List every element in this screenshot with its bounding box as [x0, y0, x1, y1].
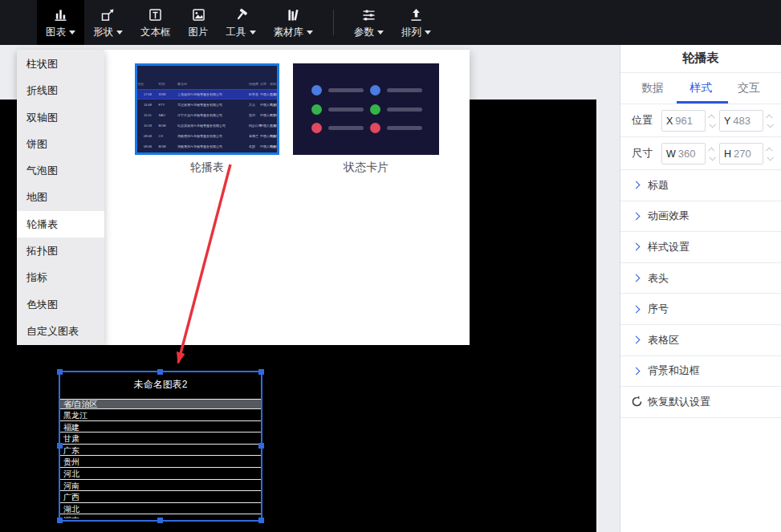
position-y-input[interactable] [733, 115, 757, 127]
toolbar-label: 图片 [189, 26, 209, 39]
widget-table-row: 甘肃 [60, 433, 261, 445]
size-w-field[interactable]: W [661, 143, 706, 164]
toolbar-button-image[interactable]: 图片 [180, 0, 218, 45]
inspector-section-row[interactable]: 背景和边框 [620, 356, 781, 388]
resize-handle-bottom-left[interactable] [57, 518, 63, 523]
inspector-section-row[interactable]: 动画效果 [620, 201, 781, 233]
position-x-field[interactable]: X [661, 110, 706, 132]
position-y-field[interactable]: Y [719, 110, 763, 132]
cell-province: 湖南 [270, 134, 276, 139]
resize-handle-bottom-center[interactable] [157, 518, 163, 523]
reset-defaults-button[interactable]: 恢复默认设置 [620, 387, 781, 418]
size-w-stepper[interactable] [706, 143, 718, 164]
widget-table-row: 广东 [60, 445, 261, 457]
chevron-down-icon [709, 154, 715, 160]
status-card-thumbnail[interactable] [293, 63, 439, 155]
cell-code: SAO [159, 113, 165, 117]
thumbnail-column-header: 保险公司 [270, 82, 279, 87]
section-label: 表头 [648, 271, 669, 286]
reset-icon [631, 396, 643, 408]
chart-menu-item[interactable]: 折线图 [17, 77, 104, 104]
carousel-table-thumbnail[interactable]: 时间事业部经销商品牌保险公司省份 17:08 SVW 上海奥拓汽车销售服务有限公… [135, 63, 279, 155]
cell-province: 北京 [270, 103, 276, 108]
tab-style[interactable]: 样式 [689, 81, 712, 95]
bar-chart-icon [52, 6, 69, 23]
status-bar [387, 108, 422, 112]
status-dot-green [311, 104, 322, 115]
chart-menu-item[interactable]: 柱状图 [17, 51, 104, 77]
cell-province: 湖南 [270, 144, 276, 149]
size-h-field[interactable]: H [719, 143, 763, 164]
cell-code: FTY [159, 103, 165, 107]
chart-menu-item[interactable]: 自定义图表 [17, 318, 104, 344]
chart-menu-item[interactable]: 拓扑图 [17, 238, 104, 264]
status-dot-red [311, 123, 322, 133]
status-row [370, 85, 429, 95]
cell-dealer: 辽宁天合汽车销售服务有限公司 [177, 113, 222, 118]
toolbar-button-arrange[interactable]: 排列 [393, 0, 440, 45]
widget-table-row: 河北 [60, 468, 261, 480]
inspector-section-row[interactable]: 标题 [620, 170, 781, 201]
tab-data[interactable]: 数据 [641, 81, 664, 95]
reset-label: 恢复默认设置 [648, 395, 710, 409]
thumbnail-table-row: 10:11 SAO 辽宁天合汽车销售服务有限公司 别克 中国人民保险 辽宁 [137, 110, 277, 120]
thumbnail-column-header: 事业部 [177, 82, 187, 87]
image-icon [190, 6, 207, 23]
resize-handle-middle-right[interactable] [258, 443, 264, 449]
inspector-section-row[interactable]: 样式设置 [620, 232, 781, 263]
status-bar [328, 126, 364, 130]
toolbar-button-textbox[interactable]: 文本框 [132, 0, 180, 45]
chart-menu-item[interactable]: 指标 [17, 264, 104, 290]
section-label: 标题 [648, 178, 669, 193]
inspector-panel: 轮播表 数据 样式 交互 位置 X Y 尺寸 W H [620, 45, 781, 532]
cell-time: 10:18 [144, 124, 152, 128]
chevron-down-icon [767, 154, 773, 160]
tab-interaction[interactable]: 交互 [738, 81, 760, 95]
chart-menu-item[interactable]: 地图 [17, 184, 104, 210]
size-h-input[interactable] [734, 148, 758, 160]
chevron-right-icon [633, 367, 641, 375]
position-x-input[interactable] [675, 115, 699, 127]
inspector-section-row[interactable]: 表格区 [620, 325, 781, 356]
resize-handle-top-right[interactable] [258, 369, 264, 375]
chart-menu-item[interactable]: 轮播表 [17, 211, 104, 238]
caret-down-icon [69, 30, 75, 35]
toolbar-button-tools[interactable]: 工具 [218, 0, 265, 45]
caret-down-icon [425, 30, 431, 35]
toolbar-button-shapes[interactable]: 形状 [84, 0, 132, 45]
chart-menu-item[interactable]: 色块图 [17, 291, 104, 318]
chart-menu-item[interactable]: 饼图 [17, 131, 104, 157]
toolbar-button-charts[interactable]: 图表 [37, 0, 84, 45]
cell-time: 08:08 [144, 134, 152, 138]
toolbar: 图表 形状 文本框 图片 工具 素材库 [0, 0, 781, 45]
inspector-section-row[interactable]: 表头 [620, 263, 781, 294]
carousel-table-widget[interactable]: 未命名图表2 省/自治区 黑龙江福建甘肃广东贵州河北河南广西湖北湖南 [59, 371, 262, 522]
widget-table: 省/自治区 黑龙江福建甘肃广东贵州河北河南广西湖北湖南 [60, 399, 261, 518]
cell-code: BOM [159, 144, 166, 148]
chart-menu-item[interactable]: 双轴图 [17, 104, 104, 131]
toolbar-button-params[interactable]: 参数 [345, 0, 393, 45]
w-label: W [666, 148, 676, 160]
resize-handle-top-center[interactable] [157, 369, 163, 375]
chart-menu-item[interactable]: 气泡图 [17, 157, 104, 184]
cell-brand: 名爵 [249, 144, 255, 149]
inspector-section-row[interactable]: 序号 [620, 294, 781, 325]
resize-handle-middle-left[interactable] [57, 443, 63, 449]
thumbnail-table-row: 08:08 CX 湖南通拓汽车销售服务有限公司 雪佛兰 中国人民保险 湖南 [137, 131, 277, 141]
chevron-right-icon [633, 336, 641, 344]
toolbar-button-library[interactable]: 素材库 [265, 0, 323, 45]
thumbnail-table-row: 14:48 FTY 北京奥通汽车销售服务有限公司 大众 中国人民保险 北京 [137, 99, 277, 110]
size-w-input[interactable] [678, 148, 702, 160]
size-label: 尺寸 [632, 146, 653, 160]
chevron-right-icon [633, 243, 641, 251]
toolbar-label: 素材库 [274, 26, 304, 39]
position-y-stepper[interactable] [764, 110, 775, 132]
cell-dealer: 湖南通拓汽车销售服务有限公司 [177, 144, 222, 149]
resize-handle-top-left[interactable] [57, 369, 63, 375]
size-h-stepper[interactable] [764, 143, 775, 164]
position-x-stepper[interactable] [706, 110, 718, 132]
resize-handle-bottom-right[interactable] [258, 518, 264, 523]
caret-down-icon [250, 30, 256, 35]
arrange-up-icon [408, 6, 425, 23]
section-label: 样式设置 [648, 240, 689, 254]
